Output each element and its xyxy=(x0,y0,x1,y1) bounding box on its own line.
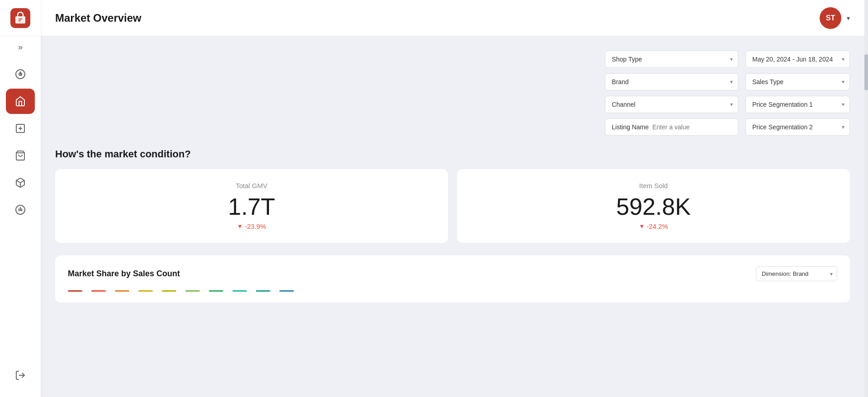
market-share-section: Market Share by Sales Count Dimension: B… xyxy=(55,255,850,302)
listing-name-filter: Listing Name xyxy=(605,118,738,136)
total-gmv-change: ▼ -23.9% xyxy=(237,222,266,230)
total-gmv-change-value: -23.9% xyxy=(245,222,266,230)
expand-icon: » xyxy=(18,43,23,52)
item-sold-change-value: -24.2% xyxy=(646,222,668,230)
legend-item-6 xyxy=(185,290,200,292)
legend-line-5 xyxy=(162,290,176,292)
filters-col-2: May 20, 2024 - Jun 18, 2024 ▾ Sales Type… xyxy=(745,51,850,136)
legend-item-3 xyxy=(115,290,129,292)
avatar[interactable]: ST xyxy=(820,7,841,29)
content-area: Shop Type ▾ Brand ▾ Channel ▾ xyxy=(41,36,864,397)
sidebar-item-home[interactable] xyxy=(6,89,35,114)
item-sold-label: Item Sold xyxy=(639,182,668,189)
legend-line-3 xyxy=(115,290,129,292)
brand-filter-wrapper: Brand ▾ xyxy=(605,73,738,90)
total-gmv-label: Total GMV xyxy=(236,182,267,189)
total-gmv-value: 1.7T xyxy=(228,194,275,220)
legend-line-1 xyxy=(68,290,82,292)
sidebar-item-analytics[interactable] xyxy=(6,61,35,87)
filters-area: Shop Type ▾ Brand ▾ Channel ▾ xyxy=(55,51,850,136)
sidebar-expand-button[interactable]: » xyxy=(0,36,41,58)
legend-line-8 xyxy=(232,290,247,292)
legend-item-7 xyxy=(209,290,223,292)
filters-col-1: Shop Type ▾ Brand ▾ Channel ▾ xyxy=(605,51,738,136)
item-sold-value: 592.8K xyxy=(616,194,691,220)
listing-name-input[interactable] xyxy=(652,123,731,131)
channel-filter-wrapper: Channel ▾ xyxy=(605,96,738,113)
total-gmv-down-arrow-icon: ▼ xyxy=(237,223,243,230)
sidebar-item-logout[interactable] xyxy=(6,363,35,388)
legend-item-1 xyxy=(68,290,82,292)
legend-item-10 xyxy=(279,290,294,292)
app-logo xyxy=(10,8,30,28)
svg-rect-0 xyxy=(15,16,25,24)
sales-type-select[interactable]: Sales Type xyxy=(745,73,850,90)
price-seg-2-filter-wrapper: Price Segmentation 2 ▾ xyxy=(745,118,850,136)
sidebar-bottom xyxy=(6,363,35,397)
legend-line-6 xyxy=(185,290,200,292)
legend-item-5 xyxy=(162,290,176,292)
channel-select[interactable]: Channel xyxy=(605,96,738,113)
legend-item-8 xyxy=(232,290,247,292)
legend-line-2 xyxy=(91,290,106,292)
avatar-dropdown-icon[interactable]: ▾ xyxy=(847,14,850,22)
price-seg-1-select[interactable]: Price Segmentation 1 xyxy=(745,96,850,113)
total-gmv-card: Total GMV 1.7T ▼ -23.9% xyxy=(55,169,448,243)
listing-name-label: Listing Name xyxy=(612,123,649,131)
item-sold-change: ▼ -24.2% xyxy=(639,222,668,230)
svg-rect-2 xyxy=(19,20,21,21)
legend-line-10 xyxy=(279,290,294,292)
sidebar-nav xyxy=(6,58,35,363)
price-seg-1-filter-wrapper: Price Segmentation 1 ▾ xyxy=(745,96,850,113)
sales-type-filter-wrapper: Sales Type ▾ xyxy=(745,73,850,90)
chart-legend xyxy=(68,290,837,292)
legend-line-9 xyxy=(256,290,270,292)
page-title: Market Overview xyxy=(55,12,142,24)
dimension-select[interactable]: Dimension: Brand Dimension: Channel Dime… xyxy=(756,266,837,281)
legend-line-4 xyxy=(138,290,153,292)
item-sold-down-arrow-icon: ▼ xyxy=(639,223,645,230)
scrollbar[interactable] xyxy=(864,0,868,397)
legend-item-2 xyxy=(91,290,106,292)
legend-item-9 xyxy=(256,290,270,292)
legend-line-7 xyxy=(209,290,223,292)
header: Market Overview ST ▾ xyxy=(41,0,864,36)
market-share-title: Market Share by Sales Count xyxy=(68,269,180,279)
sidebar-item-bag[interactable] xyxy=(6,170,35,195)
brand-select[interactable]: Brand xyxy=(605,73,738,90)
shop-type-filter-wrapper: Shop Type ▾ xyxy=(605,51,738,68)
logo-area xyxy=(0,0,41,36)
date-range-filter-wrapper: May 20, 2024 - Jun 18, 2024 ▾ xyxy=(745,51,850,68)
date-range-select[interactable]: May 20, 2024 - Jun 18, 2024 xyxy=(745,51,850,68)
metrics-row: Total GMV 1.7T ▼ -23.9% Item Sold 592.8K… xyxy=(55,169,850,243)
scrollbar-thumb[interactable] xyxy=(864,54,868,90)
svg-rect-1 xyxy=(19,19,22,19)
sidebar: » xyxy=(0,0,41,397)
dimension-select-wrapper: Dimension: Brand Dimension: Channel Dime… xyxy=(756,266,837,281)
sidebar-item-add[interactable] xyxy=(6,116,35,141)
sidebar-item-seller[interactable] xyxy=(6,197,35,222)
price-seg-2-select[interactable]: Price Segmentation 2 xyxy=(745,118,850,136)
header-right: ST ▾ xyxy=(820,7,850,29)
market-question: How's the market condition? xyxy=(55,148,850,160)
shop-type-select[interactable]: Shop Type xyxy=(605,51,738,68)
sidebar-item-shop[interactable] xyxy=(6,143,35,168)
item-sold-card: Item Sold 592.8K ▼ -24.2% xyxy=(457,169,850,243)
main-area: Market Overview ST ▾ Shop Type ▾ Brand xyxy=(41,0,864,397)
market-share-header: Market Share by Sales Count Dimension: B… xyxy=(68,266,837,281)
legend-item-4 xyxy=(138,290,153,292)
